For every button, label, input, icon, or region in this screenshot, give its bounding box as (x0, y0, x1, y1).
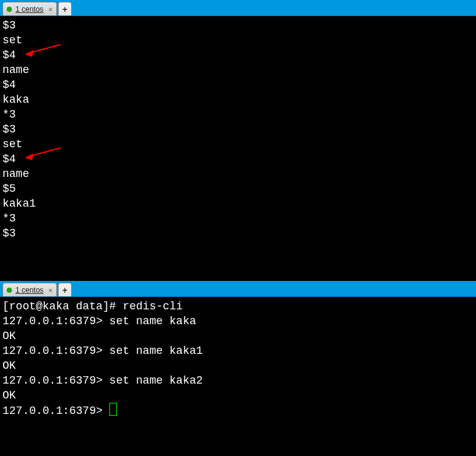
terminal-line: $4 (2, 77, 474, 92)
terminal-line: 127.0.0.1:6379> set name kaka1 (2, 343, 474, 358)
new-tab-button[interactable]: + (58, 2, 72, 15)
connection-status-dot-icon (7, 288, 12, 293)
terminal-line: OK (2, 329, 474, 343)
tab-centos-top[interactable]: 1 centos × (2, 2, 57, 15)
terminal-line: $5 (2, 181, 474, 196)
top-title-bar: 1 centos × + (0, 0, 476, 16)
top-tab-strip: 1 centos × + (2, 2, 73, 15)
terminal-line: 127.0.0.1:6379> set name kaka2 (2, 373, 474, 388)
new-tab-button[interactable]: + (58, 283, 72, 296)
terminal-line: set (2, 33, 474, 48)
terminal-line: *3 (2, 107, 474, 122)
cursor (109, 403, 117, 416)
bottom-tab-strip: 1 centos × + (2, 283, 73, 296)
terminal-line: set (2, 137, 474, 152)
terminal-line: name (2, 62, 474, 77)
terminal-line: $3 (2, 18, 474, 33)
terminal-line: 127.0.0.1:6379> (2, 403, 474, 418)
close-tab-icon[interactable]: × (48, 286, 52, 294)
terminal-line: kaka (2, 92, 474, 107)
terminal-line: $3 (2, 226, 474, 241)
tab-label: 1 centos (15, 286, 43, 295)
plus-icon: + (62, 285, 67, 295)
bottom-terminal[interactable]: [root@kaka data]# redis-cli127.0.0.1:637… (0, 297, 476, 456)
terminal-line: OK (2, 388, 474, 403)
top-terminal[interactable]: $3set$4name$4kaka*3$3set$4name$5kaka1*3$… (0, 16, 476, 282)
bottom-title-bar: 1 centos × + (0, 281, 476, 297)
terminal-line: $3 (2, 122, 474, 137)
terminal-line: [root@kaka data]# redis-cli (2, 299, 474, 314)
terminal-line: *3 (2, 211, 474, 226)
tab-centos-bottom[interactable]: 1 centos × (2, 283, 57, 296)
terminal-line: OK (2, 358, 474, 373)
connection-status-dot-icon (7, 7, 12, 12)
bottom-terminal-pane: 1 centos × + [root@kaka data]# redis-cli… (0, 281, 476, 456)
plus-icon: + (62, 4, 67, 14)
top-terminal-pane: 1 centos × + $3set$4name$4kaka*3$3set$4n… (0, 0, 476, 282)
close-tab-icon[interactable]: × (48, 6, 52, 13)
terminal-line: $4 (2, 152, 474, 166)
terminal-line: kaka1 (2, 196, 474, 211)
terminal-line: 127.0.0.1:6379> set name kaka (2, 314, 474, 329)
terminal-line: $4 (2, 48, 474, 62)
terminal-line: name (2, 166, 474, 181)
tab-label: 1 centos (15, 5, 43, 14)
